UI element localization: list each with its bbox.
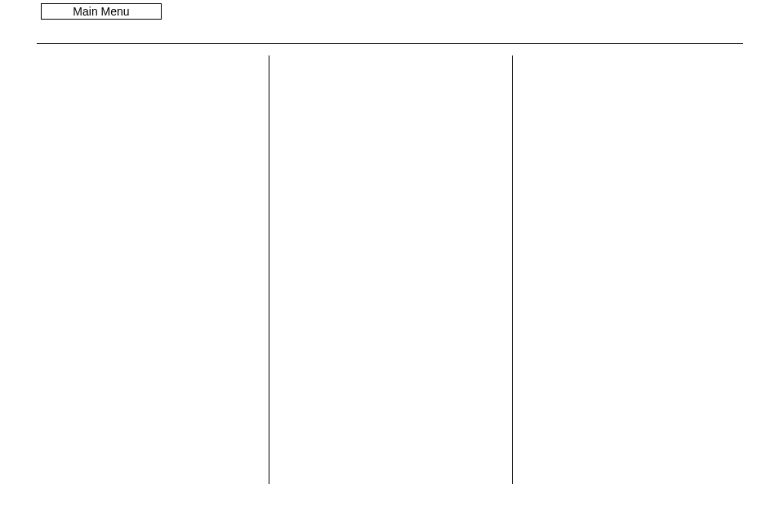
content-column-1 (37, 55, 268, 484)
content-column-2 (269, 55, 511, 484)
horizontal-divider (37, 43, 743, 44)
content-column-3 (513, 55, 743, 484)
main-menu-button[interactable]: Main Menu (41, 3, 162, 20)
main-menu-label: Main Menu (73, 5, 129, 18)
